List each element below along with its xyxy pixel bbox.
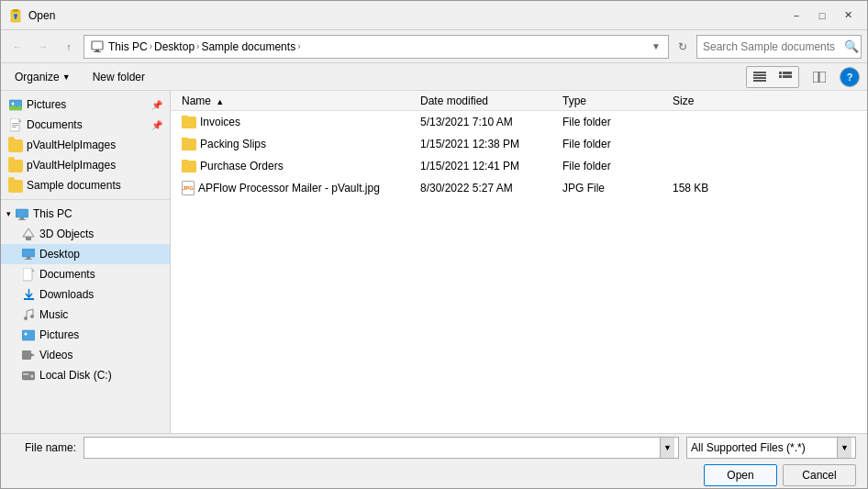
sidebar-item-pictures-pinned[interactable]: Pictures 📌 — [1, 94, 170, 115]
sidebar-item-pvault2[interactable]: pVaultHelpImages — [1, 155, 170, 175]
sidebar-label-desktop: Desktop — [39, 248, 80, 261]
svg-rect-35 — [22, 330, 35, 340]
dialog-title: Open — [28, 9, 785, 22]
svg-rect-15 — [813, 72, 818, 83]
file-list: Name ▲ Date modified Type Size Invoices — [171, 91, 867, 433]
sidebar-item-documents-pinned[interactable]: Documents 📌 — [1, 115, 170, 135]
action-buttons-row: Open Cancel — [12, 464, 856, 486]
sidebar-item-videos[interactable]: Videos — [1, 345, 170, 365]
search-button[interactable]: 🔍 — [844, 39, 859, 53]
filetype-label: All Supported Files (*.*) — [691, 441, 837, 454]
svg-rect-3 — [15, 16, 17, 19]
organize-chevron: ▼ — [62, 72, 71, 82]
filetype-dropdown-button[interactable]: ▼ — [837, 438, 851, 458]
sidebar-item-3dobjects[interactable]: 3D Objects — [1, 224, 170, 244]
svg-rect-24 — [20, 217, 24, 219]
details-view-button[interactable] — [773, 67, 798, 87]
up-button[interactable]: ↑ — [58, 36, 80, 58]
pane-view-button[interactable] — [807, 67, 832, 87]
title-bar: Open − □ ✕ — [1, 1, 867, 30]
computer-icon — [90, 39, 105, 54]
file-date-invoices: 5/13/2021 7:10 AM — [417, 116, 559, 128]
col-header-size[interactable]: Size — [669, 94, 742, 107]
filename-row: File name: ▼ All Supported Files (*.*) ▼ — [12, 437, 856, 459]
sidebar-item-documents-pc[interactable]: Documents — [1, 264, 170, 284]
sidebar-label-pvault1: pVaultHelpImages — [27, 139, 116, 151]
file-name-invoices: Invoices — [178, 116, 417, 128]
details-view-icon — [779, 72, 792, 83]
svg-rect-22 — [12, 127, 17, 128]
svg-rect-31 — [23, 268, 32, 281]
thispc-icon — [15, 206, 29, 221]
sidebar: Pictures 📌 Documents 📌 pVaultHelpImages — [1, 91, 171, 433]
filename-input-wrap: ▼ — [83, 437, 679, 459]
back-button[interactable]: ← — [6, 36, 28, 58]
svg-rect-14 — [783, 75, 792, 78]
new-folder-button[interactable]: New folder — [84, 68, 153, 86]
thispc-label: This PC — [33, 207, 72, 220]
documents-pc-icon — [21, 267, 36, 282]
svg-marker-26 — [23, 228, 34, 237]
refresh-button[interactable]: ↻ — [673, 36, 693, 58]
filename-input[interactable] — [88, 441, 660, 454]
svg-rect-30 — [25, 259, 32, 260]
svg-rect-10 — [753, 80, 766, 82]
svg-point-36 — [25, 332, 28, 335]
sidebar-item-downloads[interactable]: Downloads — [1, 284, 170, 305]
list-view-icon — [753, 72, 766, 83]
sidebar-label-3dobjects: 3D Objects — [39, 228, 94, 240]
cancel-button[interactable]: Cancel — [783, 464, 856, 486]
downloads-icon — [21, 287, 36, 302]
folder-icon — [182, 117, 196, 128]
address-dropdown-button[interactable]: ▼ — [650, 41, 662, 51]
sidebar-label-localdisk: Local Disk (C:) — [39, 369, 112, 382]
svg-rect-37 — [22, 350, 31, 360]
search-box: 🔍 — [696, 35, 862, 59]
svg-rect-21 — [12, 125, 18, 126]
sidebar-item-music[interactable]: Music — [1, 305, 170, 325]
sidebar-item-pictures-pc[interactable]: Pictures — [1, 325, 170, 345]
minimize-button[interactable]: − — [785, 6, 808, 25]
folder-icon — [182, 161, 196, 172]
table-row[interactable]: Packing Slips 1/15/2021 12:38 PM File fo… — [171, 133, 867, 155]
help-button[interactable]: ? — [840, 67, 860, 87]
sidebar-item-desktop[interactable]: Desktop — [1, 244, 170, 264]
forward-button[interactable]: → — [32, 36, 54, 58]
sidebar-label-music: Music — [39, 308, 68, 321]
jpg-icon: JPG — [182, 181, 195, 195]
file-name-purchaseorders: Purchase Orders — [178, 160, 417, 172]
svg-rect-12 — [783, 72, 792, 74]
table-row[interactable]: Invoices 5/13/2021 7:10 AM File folder — [171, 111, 867, 133]
table-row[interactable]: JPG APFlow Processor Mailer - pVault.jpg… — [171, 177, 867, 199]
thispc-chevron: ▾ — [6, 209, 11, 218]
col-header-date[interactable]: Date modified — [417, 94, 559, 107]
file-list-header: Name ▲ Date modified Type Size — [171, 91, 867, 111]
svg-rect-1 — [13, 9, 18, 12]
close-button[interactable]: ✕ — [836, 6, 860, 25]
maximize-button[interactable]: □ — [810, 6, 834, 25]
filename-label: File name: — [12, 441, 76, 454]
col-header-name[interactable]: Name ▲ — [178, 94, 417, 107]
sidebar-item-pvault1[interactable]: pVaultHelpImages — [1, 135, 170, 155]
sidebar-item-sampledocs[interactable]: Sample documents — [1, 175, 170, 195]
list-view-button[interactable] — [747, 67, 773, 87]
sampledocs-icon — [8, 178, 23, 193]
svg-rect-4 — [92, 41, 103, 50]
filename-dropdown-button[interactable]: ▼ — [660, 438, 674, 458]
table-row[interactable]: Purchase Orders 1/15/2021 12:41 PM File … — [171, 155, 867, 177]
search-input[interactable] — [703, 40, 840, 53]
music-icon — [21, 307, 36, 322]
sidebar-label-pictures-pinned: Pictures — [27, 98, 66, 111]
organize-button[interactable]: Organize ▼ — [8, 68, 77, 86]
svg-rect-20 — [12, 123, 18, 124]
svg-rect-6 — [94, 51, 101, 52]
thispc-group-header[interactable]: ▾ This PC — [1, 204, 170, 224]
sidebar-label-sampledocs: Sample documents — [27, 179, 121, 192]
open-button[interactable]: Open — [704, 464, 777, 486]
svg-rect-23 — [16, 209, 28, 217]
col-header-type[interactable]: Type — [559, 94, 669, 107]
address-bar[interactable]: This PC › Desktop › Sample documents › ▼ — [83, 35, 669, 59]
file-type-purchaseorders: File folder — [559, 160, 669, 172]
sidebar-label-videos: Videos — [39, 349, 72, 361]
sidebar-item-localdisk[interactable]: Local Disk (C:) — [1, 365, 170, 385]
